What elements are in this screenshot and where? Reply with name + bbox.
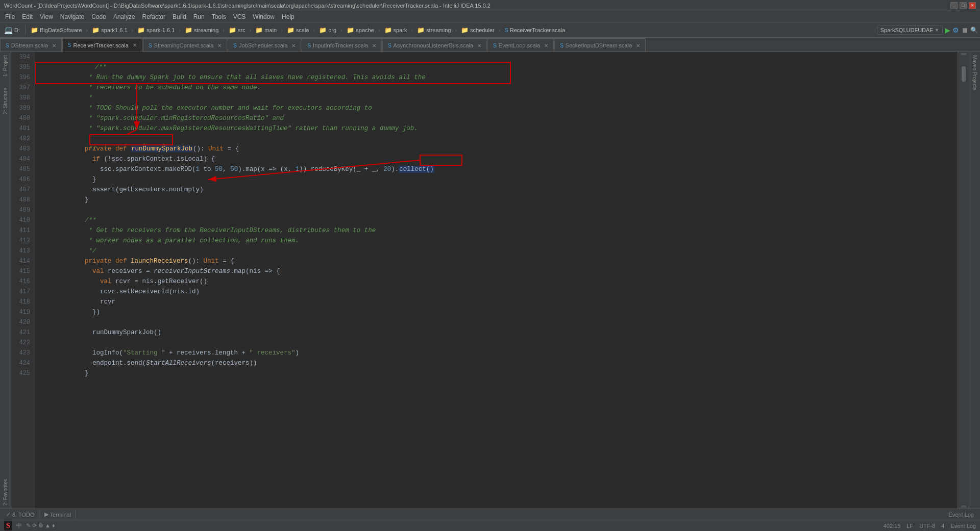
code-line-414: val receivers = receiverInputStreams.map… <box>39 256 953 266</box>
tab-todo[interactable]: ✓ 6: TODO <box>2 510 39 519</box>
terminal-label: Terminal <box>50 512 71 518</box>
tab-receivertracker[interactable]: S ReceiverTracker.scala ✕ <box>62 38 142 52</box>
tab-close-2-icon[interactable]: ✕ <box>217 43 222 48</box>
menu-vcs[interactable]: VCS <box>230 12 249 21</box>
maven-panel[interactable]: Maven Projects <box>969 52 980 509</box>
code-line-411: * worker nodes as a parallel collection,… <box>39 225 953 236</box>
line-num-397: 397 <box>13 83 30 93</box>
code-content[interactable]: /** * Run the dummy Spark job to ensure … <box>35 52 958 509</box>
breadcrumb-scala[interactable]: 📁 scala <box>285 26 311 35</box>
run-button[interactable]: ▶ <box>945 26 950 34</box>
line-num-402: 402 <box>13 134 30 144</box>
breadcrumb-spark[interactable]: 📁 spark <box>382 26 409 35</box>
tab-streamingcontext[interactable]: S StreamingContext.scala ✕ <box>143 38 227 52</box>
menu-refactor[interactable]: Refactor <box>139 12 168 21</box>
sidebar-structure[interactable]: 2: Structure <box>2 85 9 117</box>
menu-navigate[interactable]: Navigate <box>57 12 87 21</box>
breadcrumb-src[interactable]: 📁 src <box>227 26 248 35</box>
menu-build[interactable]: Build <box>169 12 189 21</box>
scrollbar-up[interactable] <box>961 53 966 55</box>
menu-window[interactable]: Window <box>250 12 278 21</box>
breadcrumb-scheduler[interactable]: 📁 scheduler <box>459 26 497 35</box>
breadcrumb-streaming2[interactable]: 📁 streaming <box>415 26 453 35</box>
menu-file[interactable]: File <box>2 12 18 21</box>
breadcrumb-org[interactable]: 📁 org <box>317 26 338 35</box>
tab-asynclistener[interactable]: S AsynchronousListenerBus.scala ✕ <box>382 38 487 52</box>
menu-tools[interactable]: Tools <box>209 12 229 21</box>
tab-close-4-icon[interactable]: ✕ <box>372 43 376 48</box>
breadcrumb-streaming[interactable]: 📁 streaming <box>183 26 220 35</box>
menu-edit[interactable]: Edit <box>19 12 36 21</box>
code-line-401: */ <box>39 123 953 134</box>
tab-inputinfotracker[interactable]: S InputInfoTracker.scala ✕ <box>302 38 382 52</box>
window-controls[interactable]: _ □ ✕ <box>950 2 976 9</box>
status-bar: S 中 ✎ ⟳ ⚙ ▲ ♦ 402:15 LF UTF-8 4 Event Lo… <box>0 520 980 531</box>
tab-eventloop[interactable]: S EventLoop.scala ✕ <box>487 38 554 52</box>
scrollbar-down[interactable] <box>961 505 966 508</box>
maven-label[interactable]: Maven Projects <box>972 55 977 90</box>
toolbar: 💻 D: 📁 BigDataSoftware › 📁 spark1.6.1 › … <box>0 22 980 38</box>
menu-run[interactable]: Run <box>190 12 208 21</box>
tab-icon-5: S <box>388 43 391 48</box>
breadcrumb-spark161[interactable]: 📁 spark1.6.1 <box>90 26 129 35</box>
code-line-396: * receivers to be scheduled on the same … <box>39 72 953 83</box>
debug-button[interactable]: ⚙ <box>952 26 959 34</box>
folder-icon-6: 📁 <box>255 27 263 34</box>
tab-close-6-icon[interactable]: ✕ <box>544 43 548 48</box>
tab-close-icon[interactable]: ✕ <box>52 43 56 48</box>
line-num-417: 417 <box>13 287 30 297</box>
maximize-button[interactable]: □ <box>960 2 967 9</box>
menu-view[interactable]: View <box>37 12 56 21</box>
window-title: WordCount - [D:\IdeaProjects\WordCount] … <box>4 3 491 9</box>
sidebar-project[interactable]: 1: Project <box>2 52 9 80</box>
toolbar-breadcrumb[interactable]: 📁 BigDataSoftware <box>29 26 84 35</box>
todo-icon: ✓ <box>6 511 11 518</box>
breadcrumb-apache[interactable]: 📁 apache <box>345 26 376 35</box>
scrollbar-thumb[interactable] <box>962 66 966 82</box>
run-config-selector[interactable]: SparkSQLUDFUDAF ▼ <box>877 26 943 35</box>
tab-close-3-icon[interactable]: ✕ <box>291 43 296 48</box>
line-num-418: 418 <box>13 297 30 307</box>
minimize-button[interactable]: _ <box>950 2 958 9</box>
tab-label: DStream.scala <box>11 42 48 48</box>
tab-close-active-icon[interactable]: ✕ <box>133 42 137 48</box>
bottom-tabs: ✓ 6: TODO ▶ Terminal Event Log <box>0 509 980 520</box>
sidebar-favorites[interactable]: 2: Favorites <box>2 476 9 509</box>
tab-terminal[interactable]: ▶ Terminal <box>40 510 76 519</box>
tab-icon-2: S <box>149 43 152 48</box>
close-button[interactable]: ✕ <box>969 2 976 9</box>
menu-help[interactable]: Help <box>279 12 298 21</box>
event-log-status[interactable]: Event Log <box>950 523 976 529</box>
tab-close-5-icon[interactable]: ✕ <box>477 43 481 48</box>
stop-button[interactable]: ⏹ <box>961 26 968 34</box>
tab-icon-4: S <box>307 43 311 48</box>
menu-analyze[interactable]: Analyze <box>110 12 138 21</box>
folder-icon: 📁 <box>31 27 38 34</box>
line-num-395: 395 <box>13 62 30 72</box>
breadcrumb-file[interactable]: S ReceiverTracker.scala <box>502 26 567 34</box>
code-line-418: }) <box>39 297 953 307</box>
line-num-401: 401 <box>13 123 30 134</box>
folder-icon-3: 📁 <box>137 27 145 34</box>
line-ending: LF <box>906 523 913 529</box>
menu-code[interactable]: Code <box>88 12 109 21</box>
folder-icon-2: 📁 <box>92 27 100 34</box>
tab-socketinput[interactable]: S SocketInputDStream.scala ✕ <box>554 38 646 52</box>
breadcrumb-main[interactable]: 📁 main <box>253 26 279 35</box>
folder-icon-8: 📁 <box>319 27 327 34</box>
line-num-423: 423 <box>13 348 30 358</box>
encoding: UTF-8 <box>919 523 935 529</box>
event-log-label[interactable]: Event Log <box>944 512 978 518</box>
toolbar-project-icon[interactable]: 💻 D: <box>2 25 22 35</box>
code-editor[interactable]: 394 395 396 397 398 399 400 401 402 403 … <box>11 52 958 509</box>
folder-icon-5: 📁 <box>229 27 236 34</box>
scrollbar-track[interactable] <box>961 56 966 504</box>
tab-close-7-icon[interactable]: ✕ <box>636 43 640 48</box>
line-num-406: 406 <box>13 174 30 185</box>
search-everywhere-button[interactable]: 🔍 <box>970 27 978 34</box>
tab-jobscheduler[interactable]: S JobScheduler.scala ✕ <box>228 38 301 52</box>
tab-dstream[interactable]: S DStream.scala ✕ <box>0 38 62 52</box>
breadcrumb-spark-161[interactable]: 📁 spark-1.6.1 <box>135 26 177 35</box>
code-line-420: runDummySparkJob() <box>39 317 953 327</box>
line-num-399: 399 <box>13 103 30 113</box>
